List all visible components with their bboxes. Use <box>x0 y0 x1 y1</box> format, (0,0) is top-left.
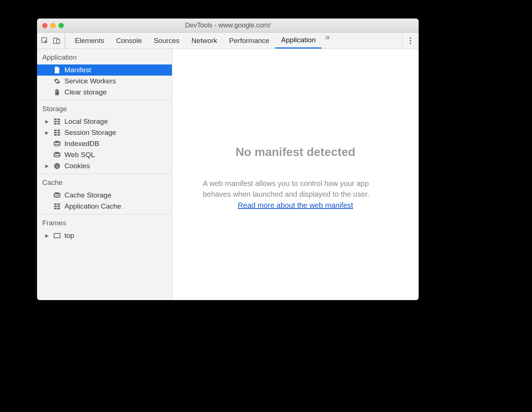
settings-menu-icon[interactable] <box>408 37 413 44</box>
sidebar-item-local-storage[interactable]: ▶ Local Storage <box>37 116 172 127</box>
svg-rect-30 <box>54 208 57 209</box>
sidebar-item-label: Clear storage <box>64 88 107 96</box>
database-icon <box>53 192 61 199</box>
trash-icon <box>53 89 61 96</box>
sidebar-item-label: Application Cache <box>64 202 121 210</box>
tab-performance[interactable]: Performance <box>223 33 275 49</box>
more-tabs-icon[interactable]: » <box>322 33 333 49</box>
disclosure-triangle-icon[interactable]: ▶ <box>45 130 50 135</box>
svg-rect-16 <box>54 134 57 136</box>
svg-rect-11 <box>57 123 60 124</box>
window-title: DevTools - www.google.com/ <box>37 21 419 29</box>
sidebar-item-label: Manifest <box>64 66 91 74</box>
gear-icon <box>53 77 61 85</box>
sidebar-item-label: Cache Storage <box>64 191 112 199</box>
panel-tabs: Elements Console Sources Network Perform… <box>65 33 402 49</box>
svg-point-25 <box>54 192 60 195</box>
devtools-toolbar: Elements Console Sources Network Perform… <box>37 33 419 49</box>
inspect-element-icon[interactable] <box>41 37 49 45</box>
sidebar-item-label: Local Storage <box>64 117 108 126</box>
svg-rect-13 <box>57 130 60 131</box>
grid-icon <box>53 118 61 125</box>
section-cache: Cache <box>37 174 172 190</box>
device-toolbar-icon[interactable] <box>53 37 61 45</box>
window-titlebar: DevTools - www.google.com/ <box>37 19 419 33</box>
frame-icon <box>53 232 61 239</box>
tab-label: Performance <box>229 37 269 45</box>
sidebar-item-top-frame[interactable]: ▶ top <box>37 230 172 241</box>
sidebar-item-label: top <box>64 232 74 240</box>
svg-point-21 <box>56 165 57 166</box>
svg-rect-29 <box>57 206 60 207</box>
svg-rect-15 <box>57 132 60 133</box>
tab-label: Console <box>116 37 142 45</box>
tab-elements[interactable]: Elements <box>69 33 110 49</box>
tab-label: Sources <box>154 37 180 45</box>
manifest-panel: No manifest detected A web manifest allo… <box>172 49 419 300</box>
read-more-link[interactable]: Read more about the web manifest <box>238 201 353 210</box>
svg-point-18 <box>54 141 60 143</box>
tab-label: Network <box>192 37 217 45</box>
svg-rect-14 <box>54 132 57 133</box>
sidebar-item-application-cache[interactable]: Application Cache <box>37 201 172 212</box>
sidebar-item-label: IndexedDB <box>64 140 99 148</box>
sidebar-item-indexeddb[interactable]: IndexedDB <box>37 138 172 149</box>
tab-label: Application <box>281 36 316 44</box>
svg-rect-8 <box>54 121 57 122</box>
sidebar-item-session-storage[interactable]: ▶ Session Storage <box>37 127 172 138</box>
svg-rect-9 <box>57 121 60 122</box>
tab-label: Elements <box>75 37 104 45</box>
svg-rect-5 <box>56 89 58 90</box>
sidebar-item-service-workers[interactable]: Service Workers <box>37 76 172 87</box>
svg-rect-26 <box>54 203 57 205</box>
sidebar-item-label: Cookies <box>64 162 90 170</box>
svg-rect-17 <box>57 134 60 136</box>
svg-rect-4 <box>55 91 59 95</box>
disclosure-triangle-icon[interactable]: ▶ <box>45 233 50 238</box>
svg-rect-2 <box>57 39 60 43</box>
tab-application[interactable]: Application <box>275 33 322 49</box>
empty-state-heading: No manifest detected <box>236 145 356 159</box>
sidebar-item-clear-storage[interactable]: Clear storage <box>37 87 172 98</box>
svg-rect-12 <box>54 130 57 131</box>
devtools-window: DevTools - www.google.com/ Elements Cons… <box>37 19 419 300</box>
section-frames: Frames <box>37 215 172 230</box>
application-sidebar: Application Manifest Service Workers <box>37 49 172 300</box>
svg-rect-31 <box>57 208 60 209</box>
empty-state-description: A web manifest allows you to control how… <box>203 178 388 200</box>
section-storage: Storage <box>37 100 172 116</box>
svg-point-23 <box>56 167 57 168</box>
sidebar-item-websql[interactable]: Web SQL <box>37 149 172 160</box>
tab-console[interactable]: Console <box>110 33 148 49</box>
sidebar-item-label: Web SQL <box>64 151 95 159</box>
section-application: Application <box>37 49 172 64</box>
sidebar-item-cache-storage[interactable]: Cache Storage <box>37 190 172 201</box>
file-icon <box>53 66 61 74</box>
grid-icon <box>53 129 61 136</box>
svg-rect-7 <box>57 119 60 120</box>
sidebar-item-label: Session Storage <box>64 129 116 137</box>
svg-rect-6 <box>54 119 57 120</box>
database-icon <box>53 151 61 159</box>
svg-rect-32 <box>54 233 60 238</box>
svg-point-19 <box>54 152 60 154</box>
tab-network[interactable]: Network <box>186 33 223 49</box>
sidebar-item-cookies[interactable]: ▶ Cookies <box>37 160 172 172</box>
database-icon <box>53 140 61 147</box>
grid-icon <box>53 203 61 210</box>
disclosure-triangle-icon[interactable]: ▶ <box>45 119 50 124</box>
sidebar-item-manifest[interactable]: Manifest <box>37 64 172 76</box>
sidebar-item-label: Service Workers <box>64 77 116 85</box>
svg-point-20 <box>54 163 60 169</box>
cookie-icon <box>53 162 61 170</box>
tab-sources[interactable]: Sources <box>148 33 186 49</box>
svg-point-24 <box>58 166 59 167</box>
disclosure-triangle-icon[interactable]: ▶ <box>45 163 50 169</box>
svg-rect-3 <box>55 90 59 91</box>
svg-rect-28 <box>54 206 57 207</box>
svg-rect-27 <box>57 203 60 205</box>
svg-rect-10 <box>54 123 57 124</box>
svg-point-22 <box>57 165 59 166</box>
